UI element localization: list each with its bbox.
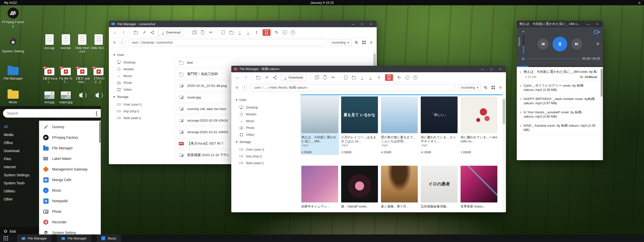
scrollbar-thumb[interactable] — [601, 69, 603, 97]
desktop-file[interactable]: test.jpg — [41, 90, 57, 104]
sidebar-item-tmp-drive[interactable]: tmp (tmp:/) — [113, 108, 171, 115]
search-input[interactable] — [3, 109, 101, 118]
download-button[interactable]: ↓Download — [281, 74, 307, 81]
app-launcher-button[interactable] — [0, 234, 12, 242]
desktop-file[interactable]: output.jpg — [58, 90, 74, 104]
minimize-button[interactable]: — — [585, 22, 592, 26]
open-external-icon[interactable]: ↗ — [264, 75, 269, 80]
sort-dropdown[interactable]: Ascending▾ — [458, 84, 481, 91]
share-icon[interactable] — [273, 75, 277, 80]
category-internet[interactable]: Internet — [0, 163, 39, 171]
open-external-icon[interactable]: ↗ — [142, 30, 146, 35]
desktop-file[interactable] — [90, 90, 107, 101]
app-item-recorder[interactable]: Recorder — [39, 217, 101, 227]
app-item-notepada[interactable]: NNotepadA — [39, 196, 101, 206]
sidebar-item-photo[interactable]: Photo — [113, 79, 171, 86]
grid-view-icon[interactable] — [362, 40, 366, 45]
playlist-item[interactable]: ♪HAPPY BIRTHDAY＿back number cover. by柘榴-… — [517, 94, 603, 108]
sidebar-item-tmp-drive[interactable]: tmp (tmp:/) — [236, 153, 293, 160]
refresh-icon[interactable]: ↻ — [397, 75, 401, 80]
desktop-file[interactable]: HD【TRAGIC...】 — [90, 66, 107, 84]
desktop-file[interactable]: test.bat — [58, 34, 74, 50]
sidebar-item-web-drive[interactable]: Web (web:/) — [236, 160, 293, 166]
seek-bar[interactable]: 00:39 / 05:25 — [522, 57, 600, 60]
desktop-file[interactable]: test.agi — [41, 34, 57, 50]
category-utilities[interactable]: Utilities — [0, 187, 39, 195]
new-folder-icon[interactable] — [352, 75, 356, 80]
dark-mode-icon[interactable]: ☾ — [119, 39, 126, 46]
search-icon[interactable] — [354, 40, 359, 45]
file-grid-item[interactable]: 菫と薔薇＿青十月... — [380, 165, 418, 209]
file-grid-item[interactable]: 夏を見て いるかな 八月のレイニー＿はるまきごはん co... .mp3 3.0… — [340, 96, 379, 155]
upload-icon[interactable]: ↑ — [360, 75, 365, 80]
app-item-ffmpeg-factory[interactable]: FFmpeg Factory — [39, 132, 101, 143]
file-grid-item[interactable]: 「寂しい」 命に嫌われている＿カンザキイオリ ... .mp3 4.19MB — [420, 96, 458, 155]
grid-view-icon[interactable] — [491, 85, 495, 90]
desktop-file[interactable]: HD【東方Vocal... — [41, 66, 57, 84]
address-bar[interactable]: user: / Desktop / screenshot — [129, 39, 326, 46]
desktop-file[interactable]: Hello World.txt — [74, 34, 90, 53]
title-bar[interactable]: File Manager - 柘榴-zakuro- — □ × — [231, 66, 506, 72]
sidebar-section-storage[interactable]: ▾Storage — [113, 95, 171, 99]
sidebar-item-video[interactable]: Video — [236, 131, 293, 138]
airmusic-source[interactable]: AirMusic — [580, 75, 597, 79]
paste-icon[interactable] — [200, 30, 205, 35]
app-item-label-maker[interactable]: Label Maker — [39, 153, 101, 164]
new-folder-icon[interactable] — [229, 30, 234, 35]
playlist-item[interactable]: ♪In Your Hands＿yusukeP cover. by 柘榴-zaku… — [517, 108, 603, 121]
sidebar-item-music[interactable]: ♪Music — [236, 118, 293, 124]
sidebar-item-desktop[interactable]: Desktop — [113, 59, 171, 66]
sidebar-item-user-drive[interactable]: User (user:/) — [236, 146, 293, 153]
refresh-icon[interactable]: ↻ — [274, 30, 279, 35]
app-item-file-manager[interactable]: File Manager — [39, 143, 101, 153]
previous-button[interactable] — [537, 39, 549, 50]
category-system-tools[interactable]: System Tools — [0, 179, 39, 187]
info-icon[interactable]: i — [283, 30, 287, 34]
cut-icon[interactable]: ✂ — [209, 30, 213, 35]
sidebar-item-video[interactable]: Video — [113, 86, 171, 93]
help-icon[interactable]: ? — [413, 75, 417, 80]
category-system-settings[interactable]: System Settings — [0, 171, 39, 179]
download-button[interactable]: ↓Download — [158, 29, 184, 36]
category-files[interactable]: Files — [0, 155, 39, 163]
desktop-file[interactable]: Hello Wor... — [90, 34, 107, 50]
delete-button[interactable] — [263, 29, 271, 36]
download-tray-icon[interactable]: ↓ — [246, 30, 250, 35]
new-file-icon[interactable] — [221, 30, 226, 35]
sort-dropdown[interactable]: Ascending▾ — [329, 39, 351, 46]
share-icon[interactable] — [150, 30, 155, 35]
file-grid-item[interactable]: 壽＿HamaP cover... — [340, 165, 379, 209]
dark-mode-icon[interactable]: ☾ — [242, 84, 248, 91]
desktop-icon-music[interactable]: Music — [2, 89, 25, 104]
file-grid-item-selected[interactable]: 例えば、今此処に置かれた花に＿164... .mp3 4.99MB — [301, 96, 339, 155]
category-media[interactable]: Media — [0, 131, 39, 139]
up-icon[interactable]: ↑ — [121, 30, 126, 35]
maximize-button[interactable]: □ — [488, 67, 495, 71]
file-grid-item[interactable]: イロの愚者 忘却感傷仮像消滅... — [420, 165, 458, 209]
scrollbar-thumb[interactable] — [503, 99, 505, 124]
sidebar-item-user-drive[interactable]: User (user:/) — [113, 101, 171, 108]
download-tray-icon[interactable]: ↓ — [368, 75, 373, 80]
title-bar[interactable]: 例えば、今此処に置かれた花に＿164 c... — × — [517, 21, 603, 27]
playlist-item[interactable]: ♪KING＿Kanaria cover. by 柘榴-zakuro-.mp3 (… — [517, 121, 603, 134]
sidebar-item-models[interactable]: Models — [113, 66, 171, 73]
rename-icon[interactable]: I — [254, 30, 259, 35]
copy-icon[interactable] — [314, 75, 319, 80]
file-grid-item[interactable]: 命に嫌われている＿+ acoustic co... 1.69MB — [460, 96, 498, 155]
app-item-management-gateway[interactable]: Management Gateway — [39, 164, 101, 175]
list-view-icon[interactable]: ≡ — [498, 85, 503, 90]
list-toggle-icon[interactable]: ≡ — [235, 85, 239, 90]
topbar-menu-icon[interactable]: ≡ — [638, 1, 640, 5]
desktop-icon-system-setting[interactable]: System Setting — [2, 37, 25, 53]
title-bar[interactable]: File Manager - screenshot — □ × — [109, 21, 377, 27]
sidebar-item-web-drive[interactable]: Web (web:/) — [113, 115, 171, 121]
app-item-dummy[interactable]: Dummy — [39, 122, 101, 132]
file-grid-item[interactable]: 四畳半タイムマシ... — [301, 165, 339, 209]
pause-button[interactable] — [553, 37, 567, 51]
file-grid-item[interactable]: 世界東亜 Avaso... — [460, 165, 498, 209]
category-office[interactable]: Office — [0, 139, 39, 147]
seek-knob[interactable] — [522, 57, 525, 60]
app-list-scrollbar-thumb[interactable] — [99, 122, 101, 143]
file-grid-item[interactable]: 君が夜の海に還るまで＿こんにちは谷田... .mp3 4.35MB — [380, 96, 418, 155]
search-icon[interactable] — [484, 85, 488, 90]
